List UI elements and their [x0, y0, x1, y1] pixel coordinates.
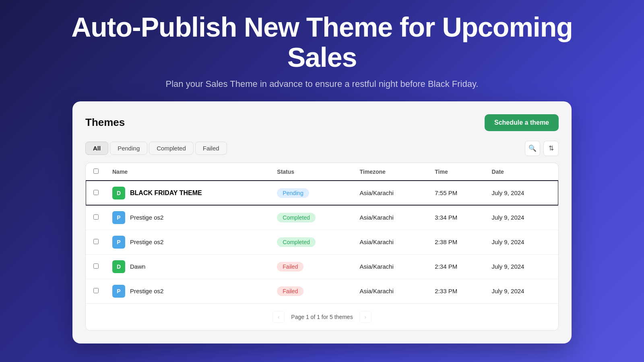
row-checkbox-cell	[86, 254, 106, 279]
col-name: Name	[106, 163, 270, 181]
status-badge: Failed	[277, 286, 303, 296]
row-time-cell: 7:55 PM	[428, 181, 485, 205]
theme-name: BLACK FRIDAY THEME	[130, 189, 202, 197]
pagination: ‹ Page 1 of 1 for 5 themes ›	[86, 303, 558, 330]
table-row: DDawnFailedAsia/Karachi2:34 PMJuly 9, 20…	[86, 254, 558, 279]
table-row: PPrestige os2CompletedAsia/Karachi2:38 P…	[86, 230, 558, 254]
themes-table: Name Status Timezone Time Date DBLACK FR…	[86, 163, 558, 303]
theme-avatar: D	[112, 260, 125, 273]
table-row: DBLACK FRIDAY THEMEPendingAsia/Karachi7:…	[86, 181, 558, 205]
row-time-cell: 3:34 PM	[428, 205, 485, 230]
row-timezone-cell: Asia/Karachi	[353, 205, 429, 230]
row-checkbox-cell	[86, 181, 106, 205]
filter-tabs: All Pending Completed Failed	[85, 142, 227, 155]
search-button[interactable]: 🔍	[525, 141, 540, 156]
filter-actions: 🔍 ⇅	[525, 141, 559, 156]
row-name-cell: PPrestige os2	[106, 230, 270, 254]
filter-tab-completed[interactable]: Completed	[149, 142, 194, 155]
row-status-cell: Completed	[270, 230, 353, 254]
table-row: PPrestige os2FailedAsia/Karachi2:33 PMJu…	[86, 279, 558, 303]
row-checkbox-cell	[86, 205, 106, 230]
row-date-cell: July 9, 2024	[485, 279, 558, 303]
row-status-cell: Pending	[270, 181, 353, 205]
prev-page-button[interactable]: ‹	[272, 311, 285, 323]
page-title: Auto-Publish New Theme for Upcoming Sale…	[40, 12, 604, 72]
row-checkbox[interactable]	[93, 214, 99, 220]
col-checkbox	[86, 163, 106, 181]
row-checkbox-cell	[86, 279, 106, 303]
theme-avatar: P	[112, 236, 125, 249]
col-date: Date	[485, 163, 558, 181]
row-date-cell: July 9, 2024	[485, 205, 558, 230]
row-checkbox[interactable]	[93, 288, 99, 293]
row-timezone-cell: Asia/Karachi	[353, 254, 429, 279]
filter-tab-pending[interactable]: Pending	[110, 142, 147, 155]
select-all-checkbox[interactable]	[93, 169, 99, 174]
filter-tab-all[interactable]: All	[85, 142, 108, 155]
row-checkbox-cell	[86, 230, 106, 254]
row-checkbox[interactable]	[93, 190, 99, 195]
schedule-theme-button[interactable]: Schedule a theme	[485, 114, 559, 131]
row-name-cell: DBLACK FRIDAY THEME	[106, 181, 270, 205]
row-date-cell: July 9, 2024	[485, 254, 558, 279]
status-badge: Pending	[277, 188, 309, 198]
row-name-cell: PPrestige os2	[106, 279, 270, 303]
row-timezone-cell: Asia/Karachi	[353, 181, 429, 205]
next-page-button[interactable]: ›	[359, 311, 372, 323]
theme-avatar: P	[112, 211, 125, 224]
theme-name: Dawn	[130, 263, 145, 270]
row-status-cell: Failed	[270, 279, 353, 303]
sort-button[interactable]: ⇅	[543, 141, 559, 156]
header: Auto-Publish New Theme for Upcoming Sale…	[0, 12, 644, 89]
col-time: Time	[428, 163, 485, 181]
card-title: Themes	[85, 116, 125, 129]
row-date-cell: July 9, 2024	[485, 230, 558, 254]
sort-icon: ⇅	[549, 144, 554, 152]
table-row: PPrestige os2CompletedAsia/Karachi3:34 P…	[86, 205, 558, 230]
col-timezone: Timezone	[353, 163, 429, 181]
page-subtitle: Plan your Sales Theme in advance to ensu…	[40, 79, 604, 89]
row-time-cell: 2:38 PM	[428, 230, 485, 254]
row-time-cell: 2:34 PM	[428, 254, 485, 279]
row-status-cell: Completed	[270, 205, 353, 230]
row-timezone-cell: Asia/Karachi	[353, 279, 429, 303]
main-card: Themes Schedule a theme All Pending Comp…	[72, 101, 572, 343]
row-checkbox[interactable]	[93, 239, 99, 244]
theme-name: Prestige os2	[130, 288, 163, 294]
status-badge: Failed	[277, 262, 303, 272]
table-header-row: Name Status Timezone Time Date	[86, 163, 558, 181]
row-timezone-cell: Asia/Karachi	[353, 230, 429, 254]
theme-name: Prestige os2	[130, 239, 163, 245]
page-info: Page 1 of 1 for 5 themes	[291, 314, 353, 320]
status-badge: Completed	[277, 213, 316, 222]
status-badge: Completed	[277, 237, 316, 247]
row-date-cell: July 9, 2024	[485, 181, 558, 205]
row-time-cell: 2:33 PM	[428, 279, 485, 303]
col-status: Status	[270, 163, 353, 181]
row-status-cell: Failed	[270, 254, 353, 279]
row-name-cell: DDawn	[106, 254, 270, 279]
theme-name: Prestige os2	[130, 214, 163, 221]
filter-tab-failed[interactable]: Failed	[195, 142, 227, 155]
theme-avatar: P	[112, 285, 125, 298]
theme-avatar: D	[112, 187, 125, 200]
table-container: Name Status Timezone Time Date DBLACK FR…	[85, 162, 559, 331]
search-icon: 🔍	[528, 144, 537, 152]
row-checkbox[interactable]	[93, 263, 99, 269]
row-name-cell: PPrestige os2	[106, 205, 270, 230]
